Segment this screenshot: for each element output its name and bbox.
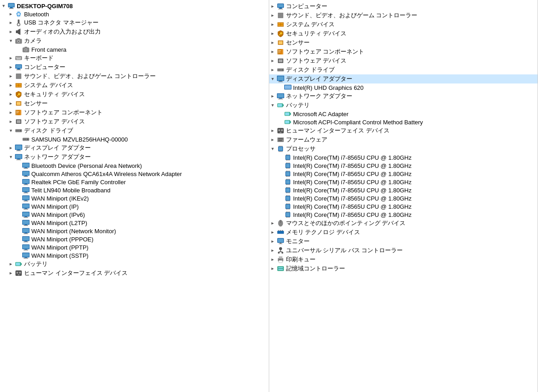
right-pane[interactable]: ► コンピューター►サウンド、ビデオ、およびゲーム コントローラー► システム … [269,0,538,392]
tree-item-r_ms_acpi[interactable]: Microsoft ACPI-Compliant Control Method … [269,118,538,126]
tree-item-r_cpu6[interactable]: Intel(R) Core(TM) i7-8565U CPU @ 1.80GHz [269,194,538,202]
tree-item-r_network[interactable]: ► ネットワーク アダプター [269,92,538,101]
tree-item-disk[interactable]: ▼ ディスク ドライブ [0,126,269,135]
tree-item-r_print[interactable]: ► 印刷キュー [269,255,538,264]
tree-expander[interactable]: ► [7,83,15,88]
tree-item-wan8[interactable]: WAN Miniport (SSTP) [0,251,269,260]
tree-item-wan7[interactable]: WAN Miniport (PPTP) [0,243,269,251]
tree-expander[interactable]: ► [269,137,276,142]
tree-item-r_intel_gpu[interactable]: Intel(R) UHD Graphics 620 [269,83,538,92]
tree-expander[interactable]: ► [7,119,15,124]
tree-item-r_sensor[interactable]: ► センサー [269,38,538,47]
tree-item-camera[interactable]: ▼ カメラ [0,36,269,45]
tree-item-r_cpu5[interactable]: Intel(R) Core(TM) i7-8565U CPU @ 1.80GHz [269,186,538,194]
tree-item-human_l[interactable]: ► ヒューマン インターフェイス デバイス [0,269,269,278]
tree-item-qualcomm[interactable]: Qualcomm Atheros QCA61x4A Wireless Netwo… [0,170,269,178]
tree-expander[interactable]: ► [269,257,276,262]
tree-expander[interactable]: ► [269,22,276,27]
tree-item-desktop[interactable]: ▼ DESKTOP-QGIM708 [0,2,269,10]
tree-item-realtek[interactable]: Realtek PCIe GbE Family Controller [0,178,269,186]
tree-item-r_monitor[interactable]: ► モニター [269,237,538,246]
tree-item-softdev[interactable]: ► ソフトウェア デバイス [0,117,269,126]
tree-item-wan6[interactable]: WAN Miniport (PPPOE) [0,235,269,243]
tree-item-telit[interactable]: Telit LN940 Mobile Broadband [0,186,269,194]
tree-expander[interactable]: ► [269,40,276,45]
tree-item-r_universal[interactable]: ► ユニバーサル シリアル バス コントローラー [269,246,538,255]
tree-item-security[interactable]: ► 🔑セキュリティ デバイス [0,90,269,99]
tree-expander[interactable]: ► [269,248,276,253]
tree-item-usb[interactable]: ► USB コネクタ マネージャー [0,18,269,27]
tree-expander[interactable]: ► [7,262,15,266]
tree-item-sound[interactable]: ►サウンド、ビデオ、およびゲーム コントローラー [0,72,269,81]
tree-expander[interactable]: ► [269,230,276,235]
tree-item-r_human[interactable]: ► ヒューマン インターフェイス デバイス [269,126,538,135]
tree-item-r_security[interactable]: ► 🔑セキュリティ デバイス [269,29,538,38]
tree-item-r_sound[interactable]: ►サウンド、ビデオ、およびゲーム コントローラー [269,11,538,20]
tree-expander[interactable]: ► [269,221,276,225]
tree-item-bluetooth[interactable]: ► ⬠Bluetooth [0,10,269,18]
tree-item-battery_l[interactable]: ► バッテリ [0,260,269,269]
left-pane[interactable]: ▼ DESKTOP-QGIM708► ⬠Bluetooth► USB コネクタ … [0,0,269,392]
tree-expander[interactable]: ► [269,49,276,54]
tree-expander[interactable]: ► [269,68,276,72]
tree-expander[interactable]: ► [7,20,15,25]
tree-expander[interactable]: ► [7,56,15,60]
tree-item-r_processor[interactable]: ▼ プロセッサ [269,144,538,153]
tree-item-r_computer[interactable]: ► コンピューター [269,2,538,11]
tree-item-r_display[interactable]: ▼ ディスプレイ アダプター [269,74,538,83]
tree-expander[interactable]: ▼ [269,77,276,81]
tree-expander[interactable]: ► [269,4,276,9]
tree-expander[interactable]: ► [269,13,276,18]
tree-expander[interactable]: ► [269,128,276,133]
tree-item-frontcamera[interactable]: Front camera [0,45,269,54]
tree-expander[interactable]: ▼ [269,147,276,151]
tree-expander[interactable]: ► [269,59,276,63]
tree-item-r_ms_ac[interactable]: Microsoft AC Adapter [269,110,538,118]
tree-item-wan3[interactable]: WAN Miniport (IPv6) [0,211,269,219]
tree-item-r_cpu2[interactable]: Intel(R) Core(TM) i7-8565U CPU @ 1.80GHz [269,162,538,170]
tree-expander[interactable]: ► [7,65,15,69]
tree-item-wan4[interactable]: WAN Miniport (L2TP) [0,219,269,227]
tree-item-wan1[interactable]: WAN Miniport (IKEv2) [0,194,269,202]
tree-item-r_cpu1[interactable]: Intel(R) Core(TM) i7-8565U CPU @ 1.80GHz [269,153,538,162]
tree-item-r_softdev[interactable]: ► ソフトウェア デバイス [269,56,538,65]
tree-item-system[interactable]: ► システム デバイス [0,81,269,90]
tree-item-r_cpu4[interactable]: Intel(R) Core(TM) i7-8565U CPU @ 1.80GHz [269,178,538,186]
tree-expander[interactable]: ► [7,29,15,34]
tree-expander[interactable]: ► [7,101,15,106]
tree-item-r_system[interactable]: ► システム デバイス [269,20,538,29]
tree-item-r_firmware[interactable]: ► ファームウェア [269,135,538,144]
tree-expander[interactable]: ► [7,110,15,115]
tree-expander[interactable]: ► [269,266,276,271]
tree-expander[interactable]: ► [7,92,15,97]
tree-item-samsung[interactable]: SAMSUNG MZVLB256HAHQ-00000 [0,135,269,143]
tree-item-r_battery[interactable]: ▼ バッテリ [269,101,538,110]
tree-expander[interactable]: ► [269,239,276,244]
tree-item-audio[interactable]: ► オーディオの入力および出力 [0,27,269,36]
tree-item-btdevice[interactable]: Bluetooth Device (Personal Area Network) [0,162,269,170]
tree-expander[interactable]: ► [7,74,15,78]
tree-expander[interactable]: ► [7,146,15,150]
tree-item-r_cpu7[interactable]: Intel(R) Core(TM) i7-8565U CPU @ 1.80GHz [269,202,538,211]
tree-item-r_cpu3[interactable]: Intel(R) Core(TM) i7-8565U CPU @ 1.80GHz [269,170,538,178]
tree-expander[interactable]: ▼ [7,155,15,159]
tree-item-r_cpu8[interactable]: Intel(R) Core(TM) i7-8565U CPU @ 1.80GHz [269,211,538,219]
tree-expander[interactable]: ▼ [0,4,7,8]
tree-expander[interactable]: ▼ [269,103,276,108]
tree-item-softcomp[interactable]: ► ソフトウェア コンポーネント [0,108,269,117]
tree-item-wan5[interactable]: WAN Miniport (Network Monitor) [0,227,269,235]
tree-item-display[interactable]: ► ディスプレイ アダプター [0,143,269,152]
tree-expander[interactable]: ► [269,94,276,98]
tree-item-wan2[interactable]: WAN Miniport (IP) [0,202,269,211]
tree-item-computer[interactable]: ► コンピューター [0,63,269,72]
tree-item-sensor[interactable]: ► センサー [0,99,269,108]
tree-expander[interactable]: ► [7,12,15,16]
tree-item-keyboard[interactable]: ► キーボード [0,54,269,63]
tree-expander[interactable]: ► [7,271,15,275]
tree-item-r_storage[interactable]: ► 記憶域コントローラー [269,264,538,273]
tree-expander[interactable]: ▼ [7,128,15,133]
tree-item-r_softcomp[interactable]: ► ソフトウェア コンポーネント [269,47,538,56]
tree-item-r_disk[interactable]: ► ディスク ドライブ [269,65,538,74]
tree-item-network[interactable]: ▼ ネットワーク アダプター [0,152,269,162]
tree-expander[interactable]: ▼ [7,39,15,43]
